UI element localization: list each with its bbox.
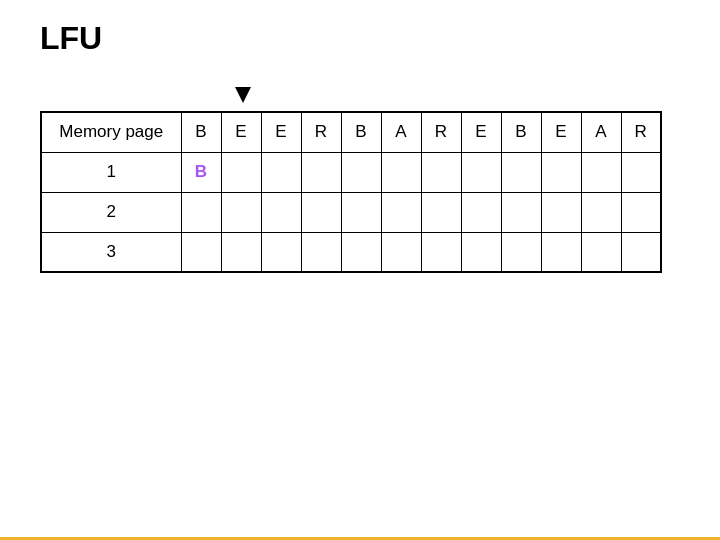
- row-2-col-10: [581, 192, 621, 232]
- row-2-col-11: [621, 192, 661, 232]
- table-row: 3: [41, 232, 661, 272]
- header-e1: E: [221, 112, 261, 152]
- header-a1: A: [381, 112, 421, 152]
- page-title: LFU: [30, 20, 690, 57]
- header-e4: E: [541, 112, 581, 152]
- row-2-col-8: [501, 192, 541, 232]
- row-1-col-5: [381, 152, 421, 192]
- row-3-col-2: [261, 232, 301, 272]
- header-r1: R: [301, 112, 341, 152]
- header-b3: B: [501, 112, 541, 152]
- row-1-col-10: [581, 152, 621, 192]
- row-3-col-5: [381, 232, 421, 272]
- row-1-col-7: [461, 152, 501, 192]
- row-1-col-8: [501, 152, 541, 192]
- row-3-col-9: [541, 232, 581, 272]
- header-label: Memory page: [41, 112, 181, 152]
- row-2-col-0: [181, 192, 221, 232]
- down-arrow-icon: [235, 87, 251, 103]
- row-2-col-9: [541, 192, 581, 232]
- row-1-col-9: [541, 152, 581, 192]
- header-a2: A: [581, 112, 621, 152]
- row-1-col-0: B: [181, 152, 221, 192]
- row-1-col-6: [421, 152, 461, 192]
- row-3-col-6: [421, 232, 461, 272]
- row-1-col-1: [221, 152, 261, 192]
- row-1-col-11: [621, 152, 661, 192]
- blue-b-cell: B: [195, 162, 207, 181]
- row-2-col-2: [261, 192, 301, 232]
- row-1-col-4: [341, 152, 381, 192]
- table-row: 1 B: [41, 152, 661, 192]
- row-3-col-0: [181, 232, 221, 272]
- table-section: Memory page B E E R B A R E B E A R 1: [30, 87, 690, 273]
- row-3-col-7: [461, 232, 501, 272]
- arrow-indicator: [235, 87, 251, 107]
- table-row: 2: [41, 192, 661, 232]
- row-2-label: 2: [41, 192, 181, 232]
- row-1-label: 1: [41, 152, 181, 192]
- header-r3: R: [621, 112, 661, 152]
- row-3-col-4: [341, 232, 381, 272]
- memory-table: Memory page B E E R B A R E B E A R 1: [40, 111, 662, 273]
- row-2-col-1: [221, 192, 261, 232]
- page-container: LFU Memory page B E E R B A R E B E: [0, 0, 720, 540]
- row-1-col-2: [261, 152, 301, 192]
- header-e3: E: [461, 112, 501, 152]
- header-r2: R: [421, 112, 461, 152]
- row-2-col-7: [461, 192, 501, 232]
- row-2-col-4: [341, 192, 381, 232]
- row-3-col-11: [621, 232, 661, 272]
- row-3-col-8: [501, 232, 541, 272]
- row-1-col-3: [301, 152, 341, 192]
- header-b1: B: [181, 112, 221, 152]
- row-3-col-1: [221, 232, 261, 272]
- row-2-col-6: [421, 192, 461, 232]
- header-e2: E: [261, 112, 301, 152]
- header-row: Memory page B E E R B A R E B E A R: [41, 112, 661, 152]
- row-3-label: 3: [41, 232, 181, 272]
- row-2-col-3: [301, 192, 341, 232]
- row-3-col-10: [581, 232, 621, 272]
- row-3-col-3: [301, 232, 341, 272]
- header-b2: B: [341, 112, 381, 152]
- row-2-col-5: [381, 192, 421, 232]
